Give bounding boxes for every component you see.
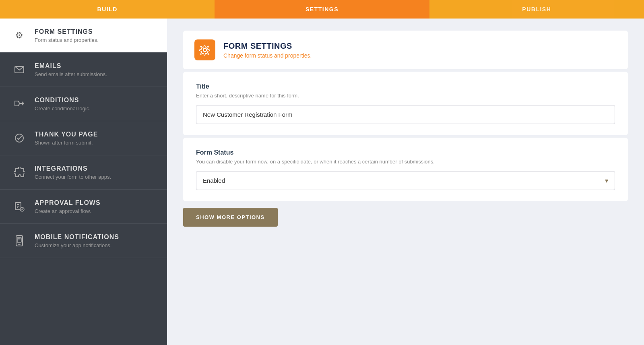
nav-build[interactable]: BUILD <box>0 0 215 19</box>
status-section-card: Form Status You can disable your form no… <box>183 138 628 201</box>
nav-settings[interactable]: SETTINGS <box>215 0 429 19</box>
title-field-desc: Enter a short, descriptive name for this… <box>196 93 615 99</box>
status-field-label: Form Status <box>196 149 615 156</box>
header-title: FORM SETTINGS <box>223 41 312 51</box>
show-more-options-button[interactable]: SHOW MORE OPTIONS <box>183 208 278 227</box>
sidebar-item-title: APPROVAL FLOWS <box>35 199 101 207</box>
sidebar-item-form-settings[interactable]: FORM SETTINGS Form status and properties… <box>0 19 167 53</box>
sidebar-item-title: CONDITIONS <box>35 97 91 104</box>
svg-point-15 <box>203 48 206 52</box>
conditions-icon <box>11 96 27 112</box>
title-field-label: Title <box>196 83 615 90</box>
sidebar-item-subtitle: Create conditional logic. <box>35 105 91 112</box>
sidebar-item-subtitle: Customize your app notifications. <box>35 242 119 248</box>
nav-publish[interactable]: PUBLISH <box>429 0 644 19</box>
sidebar-item-approval-flows[interactable]: APPROVAL FLOWS Create an approval flow. <box>0 190 167 224</box>
sidebar-item-thank-you[interactable]: THANK YOU PAGE Shown after form submit. <box>0 121 167 155</box>
sidebar-item-title: MOBILE NOTIFICATIONS <box>35 233 119 241</box>
sidebar-item-subtitle: Connect your form to other apps. <box>35 174 111 180</box>
mobile-icon <box>11 233 27 249</box>
sidebar-item-title: EMAILS <box>35 62 107 70</box>
status-select-wrap: Enabled Disabled ▼ <box>196 171 615 190</box>
content-area: FORM SETTINGS Change form status and pro… <box>167 19 644 345</box>
check-circle-icon <box>11 130 27 146</box>
gear-icon <box>11 27 27 43</box>
sidebar-item-emails[interactable]: EMAILS Send emails after submissions. <box>0 53 167 87</box>
form-title-input[interactable] <box>196 105 615 124</box>
sidebar-item-mobile-notifications[interactable]: MOBILE NOTIFICATIONS Customize your app … <box>0 224 167 258</box>
envelope-icon <box>11 62 27 78</box>
sidebar-item-conditions[interactable]: CONDITIONS Create conditional logic. <box>0 87 167 121</box>
sidebar-item-subtitle: Form status and properties. <box>35 37 99 43</box>
sidebar-item-subtitle: Create an approval flow. <box>35 208 101 214</box>
sidebar-item-title: FORM SETTINGS <box>35 28 99 35</box>
main-layout: FORM SETTINGS Form status and properties… <box>0 19 644 345</box>
sidebar-item-integrations[interactable]: INTEGRATIONS Connect your form to other … <box>0 155 167 190</box>
status-select[interactable]: Enabled Disabled <box>196 171 615 190</box>
title-section-card: Title Enter a short, descriptive name fo… <box>183 72 628 135</box>
status-field-desc: You can disable your form now, on a spec… <box>196 159 615 165</box>
sidebar-item-title: INTEGRATIONS <box>35 165 111 172</box>
sidebar-item-subtitle: Shown after form submit. <box>35 140 98 146</box>
header-gear-icon <box>194 39 215 60</box>
settings-header-card: FORM SETTINGS Change form status and pro… <box>183 31 628 69</box>
sidebar: FORM SETTINGS Form status and properties… <box>0 19 167 345</box>
sidebar-item-subtitle: Send emails after submissions. <box>35 71 107 77</box>
header-subtitle: Change form status and properties. <box>223 52 312 59</box>
sidebar-item-title: THANK YOU PAGE <box>35 131 98 138</box>
puzzle-icon <box>11 164 27 180</box>
approval-icon <box>11 198 27 215</box>
top-nav: BUILD SETTINGS PUBLISH <box>0 0 644 19</box>
